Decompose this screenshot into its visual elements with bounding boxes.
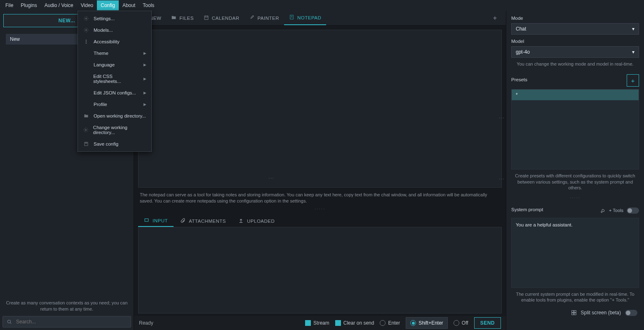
menu-file[interactable]: File [2, 0, 17, 10]
menu-plugins[interactable]: Plugins [17, 0, 40, 10]
menu-item-settings[interactable]: Settings... [78, 13, 151, 24]
gear-icon [83, 16, 89, 21]
svg-point-3 [85, 130, 87, 131]
chevron-down-icon: ▾ [632, 26, 635, 32]
gear-icon [83, 28, 89, 33]
right-panel: Mode Chat▾ Model gpt-4o▾ You can change … [506, 11, 644, 330]
menu-item-saveconfig[interactable]: Save config [78, 138, 151, 150]
system-prompt-hint: The current system prompt can be modifie… [511, 288, 639, 306]
enter-radio[interactable]: Enter [380, 320, 400, 326]
submenu-arrow-icon: ▶ [143, 102, 146, 106]
mode-select[interactable]: Chat▾ [511, 23, 639, 35]
menu-about[interactable]: About [119, 0, 139, 10]
send-button[interactable]: SEND [474, 317, 501, 329]
add-tab-button[interactable]: + [487, 14, 503, 22]
shift-enter-radio[interactable]: Shift+Enter [406, 317, 448, 329]
system-prompt-textarea[interactable]: You are a helpful assistant. [511, 218, 639, 288]
add-preset-button[interactable]: + [627, 74, 639, 87]
menubar: FilePluginsAudio / VoiceVideoConfigAbout… [0, 0, 644, 11]
menu-item-accessibility[interactable]: Accessibility [78, 36, 151, 47]
presets-hint: Create presets with different configurat… [511, 170, 639, 194]
svg-rect-17 [574, 311, 576, 313]
search-input[interactable] [16, 319, 127, 325]
input-tabs: INPUTATTACHMENTSUPLOADED [134, 214, 506, 227]
resize-handle-icon[interactable]: ····· [134, 205, 506, 212]
model-select[interactable]: gpt-4o▾ [511, 46, 639, 58]
person-icon [83, 39, 89, 44]
svg-rect-18 [571, 313, 573, 315]
tab-notepad[interactable]: NOTEPAD [284, 11, 326, 25]
tab-painter[interactable]: PAINTER [244, 11, 284, 25]
note-icon [289, 14, 294, 21]
submenu-arrow-icon: ▶ [143, 77, 146, 81]
input-tab-input[interactable]: INPUT [138, 214, 174, 227]
center-panel: NEWFILESCALENDARPAINTERNOTEPAD+ ⋮ The no… [134, 11, 506, 330]
clear-on-send-checkbox[interactable]: Clear on send [335, 320, 374, 326]
gear-icon [83, 127, 89, 132]
off-radio[interactable]: Off [454, 320, 468, 326]
notepad-textarea[interactable] [138, 30, 502, 188]
menu-item-changeworkingdirectory[interactable]: Change working directory... [78, 122, 151, 138]
drag-handle-icon[interactable]: ⋮ [499, 116, 505, 121]
menu-tools[interactable]: Tools [139, 0, 158, 10]
tools-label: + Tools [609, 208, 623, 213]
drag-handle-icon[interactable]: ⋮ [268, 176, 274, 182]
svg-rect-4 [85, 142, 88, 146]
search-box[interactable] [2, 316, 131, 328]
menu-item-theme[interactable]: Theme▶ [78, 47, 151, 59]
split-screen-toggle[interactable] [625, 310, 637, 316]
tab-icon [238, 218, 244, 224]
model-label: Model [511, 39, 639, 44]
menu-item-editjsonconfigs[interactable]: Edit JSON configs...▶ [78, 87, 151, 99]
svg-rect-19 [574, 313, 576, 315]
svg-line-7 [10, 323, 12, 324]
folder-icon [83, 113, 89, 118]
menu-item-language[interactable]: Language▶ [78, 59, 151, 71]
status-text: Ready [139, 320, 305, 326]
svg-rect-16 [571, 311, 573, 313]
input-textarea[interactable] [138, 227, 502, 314]
svg-rect-15 [145, 219, 148, 222]
preset-item[interactable]: * [512, 90, 639, 100]
brush-icon [249, 15, 254, 21]
calendar-icon [204, 15, 209, 21]
svg-point-1 [86, 30, 87, 31]
config-dropdown: Settings...Models...AccessibilityTheme▶L… [78, 11, 152, 152]
svg-point-6 [8, 320, 11, 323]
tools-toggle[interactable] [627, 207, 639, 214]
submenu-arrow-icon: ▶ [143, 91, 146, 95]
svg-point-2 [86, 40, 87, 41]
wrench-icon [600, 208, 606, 213]
menu-config[interactable]: Config [97, 0, 119, 10]
split-screen-label: Split screen (beta) [581, 310, 621, 316]
save-icon [83, 141, 89, 146]
tab-icon [144, 217, 149, 224]
menu-item-editcssstylesheets[interactable]: Edit CSS stylesheets...▶ [78, 71, 151, 87]
menu-item-models[interactable]: Models... [78, 24, 151, 36]
tab-calendar[interactable]: CALENDAR [199, 11, 244, 25]
status-bar: Ready Stream Clear on send Enter Shift+E… [134, 316, 506, 330]
presets-label: Presets [511, 77, 527, 82]
menu-audiovoice[interactable]: Audio / Voice [41, 0, 77, 10]
svg-rect-5 [85, 142, 87, 144]
main-tabs: NEWFILESCALENDARPAINTERNOTEPAD+ [134, 11, 506, 26]
search-icon [7, 319, 12, 325]
stream-checkbox[interactable]: Stream [305, 320, 329, 326]
grid-icon [571, 310, 577, 316]
presets-list: * [511, 89, 639, 170]
drag-handle-icon[interactable]: ⋮ [499, 177, 505, 182]
folder-icon [171, 15, 176, 21]
input-tab-uploaded[interactable]: UPLOADED [233, 214, 280, 227]
menu-video[interactable]: Video [77, 0, 97, 10]
tab-icon [180, 218, 186, 224]
menu-item-openworkingdirectory[interactable]: Open working directory... [78, 110, 151, 122]
notepad-hint: The notepad can serve as a tool for taki… [134, 189, 506, 205]
submenu-arrow-icon: ▶ [143, 63, 146, 67]
svg-point-0 [86, 18, 87, 19]
resize-handle-icon[interactable]: ····· [511, 194, 639, 201]
menu-item-profile[interactable]: Profile▶ [78, 99, 151, 110]
tab-files[interactable]: FILES [166, 11, 198, 25]
input-tab-attachments[interactable]: ATTACHMENTS [174, 214, 232, 227]
system-prompt-label: System prompt [511, 207, 543, 212]
svg-rect-8 [204, 16, 208, 20]
